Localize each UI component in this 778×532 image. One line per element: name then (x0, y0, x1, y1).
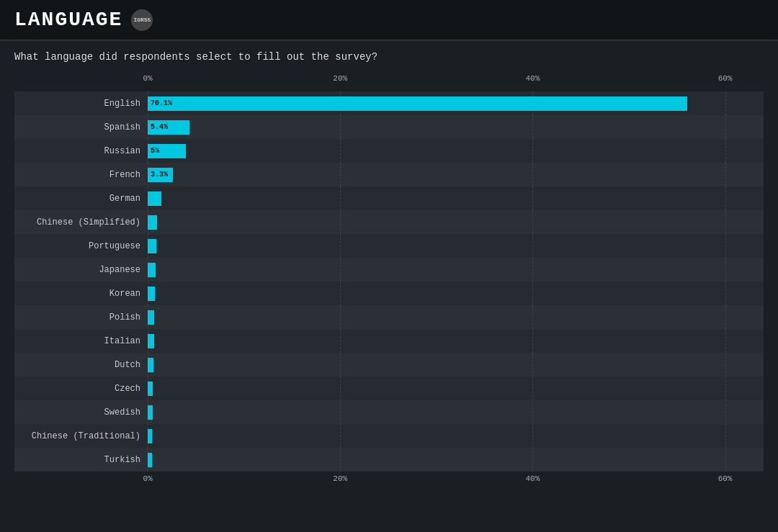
grid-line (340, 210, 341, 234)
grid-line (532, 139, 533, 163)
bar-area (148, 186, 764, 210)
axis-label: 60% (718, 474, 733, 483)
bar-row: Portuguese (14, 234, 764, 258)
bottom-axis: 0%20%40%60%80% (148, 474, 764, 489)
grid-line (725, 163, 726, 186)
grid-line (725, 448, 726, 472)
grid-line (725, 186, 726, 210)
grid-line (340, 281, 341, 305)
grid-line (340, 400, 341, 424)
header: LANGUAGE IGRS5 (0, 0, 778, 40)
bar-row: English70.1% (14, 91, 764, 115)
chart-container: 0%20%40%60%80% English70.1%Spanish5.4%Ru… (0, 67, 778, 503)
bar-label: English (14, 99, 148, 109)
grid-line (532, 353, 533, 377)
grid-line (340, 186, 341, 210)
grid-line (532, 377, 533, 400)
axis-label: 20% (333, 474, 347, 483)
bar-label: French (14, 170, 148, 180)
bar-row: Swedish (14, 400, 764, 424)
bar-area: 5% (148, 139, 764, 163)
bar (148, 358, 153, 372)
bar (148, 310, 154, 325)
bar-label: Turkish (14, 455, 148, 465)
chart-wrapper: 0%20%40%60%80% English70.1%Spanish5.4%Ru… (14, 74, 764, 489)
grid-line (532, 305, 533, 329)
grid-line (532, 163, 533, 186)
bar: 5% (148, 144, 186, 158)
grid-line (725, 329, 726, 353)
axis-label: 60% (718, 74, 733, 83)
bar-label: Chinese (Traditional) (14, 431, 148, 441)
bar-area (148, 424, 764, 448)
bar (148, 191, 161, 206)
bar-area: 3.3% (148, 163, 764, 186)
bar (148, 334, 154, 348)
bar-area: 5.4% (148, 115, 764, 139)
bar-area (148, 400, 764, 424)
bar-label: Russian (14, 146, 148, 156)
grid-line (725, 234, 726, 258)
bar-row: Chinese (Simplified) (14, 210, 764, 234)
grid-line (532, 281, 533, 305)
bar-area (148, 258, 764, 281)
bar (148, 405, 153, 420)
bar-value-label: 5% (151, 147, 159, 155)
bar-label: Chinese (Simplified) (14, 217, 148, 227)
grid-line (532, 186, 533, 210)
bar-area (148, 329, 764, 353)
grid-line (532, 115, 533, 139)
bar-area (148, 281, 764, 305)
grid-line (340, 329, 341, 353)
survey-question: What language did respondents select to … (0, 41, 778, 67)
bar-value-label: 3.3% (151, 171, 168, 179)
bar-row: Czech (14, 377, 764, 400)
grid-line (725, 91, 726, 115)
page-title: LANGUAGE (14, 9, 122, 31)
bar-area (148, 448, 764, 472)
grid-line (340, 115, 341, 139)
bar-row: German (14, 186, 764, 210)
bar-row: Korean (14, 281, 764, 305)
top-axis: 0%20%40%60%80% (148, 74, 764, 89)
grid-line (725, 305, 726, 329)
bar-label: Dutch (14, 360, 148, 370)
bar-row: Japanese (14, 258, 764, 281)
bars-area: English70.1%Spanish5.4%Russian5%French3.… (14, 91, 764, 472)
grid-line (532, 329, 533, 353)
bar-row: Dutch (14, 353, 764, 377)
axis-label: 40% (525, 74, 540, 83)
grid-line (725, 281, 726, 305)
grid-line (725, 115, 726, 139)
bar (148, 429, 152, 443)
grid-line (725, 139, 726, 163)
bar (148, 263, 156, 277)
logo-badge: IGRS5 (131, 9, 153, 31)
grid-line (725, 210, 726, 234)
grid-line (340, 139, 341, 163)
axis-label: 0% (143, 474, 152, 483)
grid-line (340, 424, 341, 448)
grid-line (725, 258, 726, 281)
bar-row: French3.3% (14, 163, 764, 186)
grid-line (340, 377, 341, 400)
bar-row: Spanish5.4% (14, 115, 764, 139)
bar (148, 287, 155, 301)
grid-line (340, 258, 341, 281)
bar-row: Italian (14, 329, 764, 353)
grid-line (532, 258, 533, 281)
grid-line (340, 353, 341, 377)
bar-label: Spanish (14, 122, 148, 132)
bar-row: Chinese (Traditional) (14, 424, 764, 448)
bar-value-label: 70.1% (151, 99, 172, 107)
grid-line (340, 448, 341, 472)
bar-area: 70.1% (148, 91, 764, 115)
bar (148, 453, 152, 467)
grid-line (532, 448, 533, 472)
bar: 70.1% (148, 96, 687, 111)
bar-value-label: 5.4% (151, 123, 168, 131)
bar-label: Italian (14, 336, 148, 346)
bar-row: Turkish (14, 448, 764, 472)
bar: 3.3% (148, 168, 173, 182)
bar-row: Russian5% (14, 139, 764, 163)
